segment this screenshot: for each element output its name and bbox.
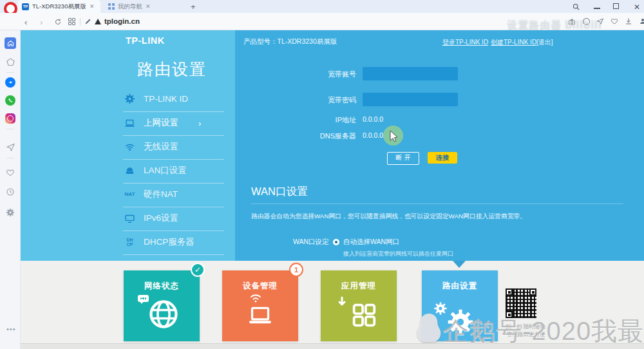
video-watermark-top: 设置路由器 bilibili [507,18,602,31]
forward-button[interactable]: › [40,18,43,26]
my-flow-plane-icon[interactable] [5,141,16,153]
password-label: 宽带密码 [279,95,356,105]
whatsapp-icon[interactable] [5,95,16,106]
sidebar-item-wireless[interactable]: 无线设置 [124,141,178,153]
chevron-right-icon: › [198,118,201,128]
menu-divider [123,135,224,136]
login-tplink-id-link[interactable]: 登录TP-LINK ID [442,38,488,47]
wifi-icon [248,291,263,304]
back-button[interactable]: ‹ [24,18,27,26]
sidebar-item-tplink-id[interactable]: TP-LINK ID [124,93,188,104]
page-edit-icon[interactable] [84,18,91,25]
sidebar-item-dhcp[interactable]: DHCP DHCP服务器 [124,236,194,248]
instagram-icon[interactable] [5,113,16,124]
logout-link[interactable]: [退出] [536,38,553,47]
create-tplink-id-link[interactable]: 创建TP-LINK ID [491,38,536,47]
sidebar-item-label: TP-LINK ID [144,94,188,104]
dns-value: 0.0.0.0 [363,131,383,139]
card-label: 网络状态 [124,281,200,292]
penguin-watermark-icon [414,312,444,344]
sidebar-title: 路由设置 [137,59,207,80]
tab-router-admin[interactable]: TP TL-XDR3230易展版 ✕ [18,0,100,13]
product-model-label: 产品型号：TL-XDR3230易展版 [243,37,337,46]
download-icon[interactable] [625,17,632,25]
nav-card-network-status[interactable]: 网络状态 [124,270,200,341]
nat-text-icon: NAT [124,189,135,200]
wan-section-title: WAN口设置 [251,185,307,199]
sidebar-divider [6,158,14,158]
reload-icon[interactable] [54,18,62,26]
speed-dial-icon[interactable] [68,18,75,25]
messenger-icon[interactable] [5,77,16,88]
radio-auto-wan[interactable] [333,239,339,245]
globe-icon [147,297,180,331]
section-divider [251,203,623,204]
bookmark-heart-icon[interactable] [611,17,618,25]
account-input[interactable] [363,67,458,80]
sidebar-item-label: 无线设置 [144,141,178,153]
site-security-badge-icon[interactable] [95,19,101,24]
bookmarks-heart-icon[interactable] [5,167,16,178]
tab-my-navigation[interactable]: 我的导航 ✕ [104,0,187,13]
nav-card-app-management[interactable]: 应用管理 [321,270,397,341]
sidebar-item-ipv6[interactable]: IPv6设置 [124,212,178,224]
gear-icon [124,93,135,104]
network-status-check-badge: ✓ [191,263,205,277]
sidebar-divider [6,72,14,73]
tab-close-icon[interactable]: ✕ [90,4,95,10]
history-clock-icon[interactable] [5,186,16,198]
disconnect-button[interactable]: 断 开 [387,152,419,165]
address-url[interactable]: tplogin.cn [104,17,140,25]
tab-title: 我的导航 [118,3,142,11]
dhcp-text-icon: DHCP [124,237,135,248]
account-label: 宽带账号 [279,70,356,79]
ip-value: 0.0.0.0 [363,115,383,123]
card-label: 路由设置 [422,281,498,292]
new-tab-button[interactable]: + [191,2,196,12]
profile-icon[interactable] [639,17,644,25]
partial-menu-icon [124,256,133,260]
restore-button[interactable] [613,3,619,9]
menu-divider [123,207,224,207]
nav-favicon-icon [108,3,115,10]
selected-card-notch [453,261,466,268]
down-arrow-icon [337,296,346,308]
sidebar-item-label: IPv6设置 [144,212,178,224]
mouse-cursor [390,130,399,142]
menu-divider [123,183,224,184]
connect-button[interactable]: 连接 [428,152,457,164]
dns-label: DNS服务器 [279,131,356,141]
lan-hub-icon [124,165,135,176]
sidebar-item-label: 硬件NAT [144,189,178,200]
radio-option-note: 接入到运营商宽带的网线可以插在任意网口 [343,250,453,258]
tp-favicon-icon: TP [22,3,29,10]
sidebar-divider [6,129,14,129]
bilibili-logo-watermark: bilibili [565,18,601,30]
close-window-button[interactable]: ✕ [634,3,640,12]
search-icon[interactable] [572,3,580,11]
sidebar-item-internet-setup[interactable]: 上网设置 [124,117,178,129]
sidebar-item-hardware-nat[interactable]: NAT 硬件NAT [124,189,178,200]
wan-description: 路由器会自动为您选择WAN网口，您可以随意插网线，也可以设定固定WAN网口接入运… [251,212,526,221]
menu-divider [123,254,224,255]
card-label: 应用管理 [321,281,397,292]
minimize-button[interactable] [594,8,600,9]
ip-label: IP地址 [279,115,356,125]
password-input[interactable] [363,93,458,106]
device-count-badge: 1 [289,263,303,277]
laptop-icon [243,303,278,328]
sidebar-item-label: LAN口设置 [144,165,187,176]
radio-option-label: 自动选择WAN网口 [343,238,399,247]
settings-gear-icon[interactable] [5,207,16,218]
opera-sidebar: ••• [0,30,21,349]
monitor-icon [124,213,135,224]
sidebar-item-lan[interactable]: LAN口设置 [124,165,187,176]
pentagon-easy-setup-icon[interactable] [5,56,16,68]
sidebar-more-icon[interactable]: ••• [6,325,16,333]
menu-divider [123,231,224,231]
tab-close-icon[interactable]: ✕ [146,4,151,10]
speed-dial-home-icon[interactable] [5,37,16,49]
menu-divider [123,159,224,160]
sidebar-item-label: DHCP服务器 [144,236,194,248]
nav-card-device-management[interactable]: 设备管理 [222,270,298,341]
